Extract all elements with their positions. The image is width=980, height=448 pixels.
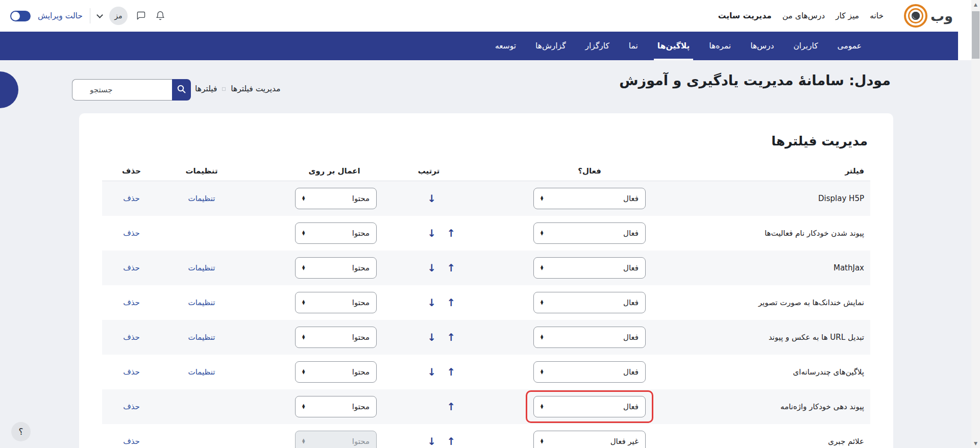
caret-down-glyph: ▼ [302, 407, 305, 410]
settings-link[interactable]: تنظیمات [188, 194, 215, 203]
apply-select[interactable]: محتوا▲▼ [295, 257, 377, 279]
top-nav-item-3[interactable]: مدیریت سایت [718, 11, 772, 20]
move-down-arrow[interactable]: ↓ [426, 228, 438, 238]
apply-select[interactable]: محتوا▲▼ [295, 361, 377, 383]
active-cell: فعال▲▼ [533, 188, 646, 209]
search-input[interactable] [72, 79, 172, 101]
active-select-value: فعال [623, 333, 639, 342]
drawer-open-button[interactable] [0, 71, 18, 108]
table-row-3: نمایش خندانک‌ها به صورت تصویرفعال▲▼↓↑محت… [102, 285, 870, 320]
order-cell: ↓↑ [401, 332, 482, 342]
page-scrollbar[interactable]: ▲ ▼ [971, 0, 980, 448]
table-row-2: MathJaxفعال▲▼↓↑محتوا▲▼تنظیماتحذف [102, 251, 870, 285]
tab-8[interactable]: توسعه [485, 32, 526, 60]
breadcrumb-separator [222, 87, 226, 91]
top-nav-item-2[interactable]: درس‌های من [782, 11, 825, 20]
apply-select[interactable]: محتوا▲▼ [295, 292, 377, 313]
admin-search [72, 79, 191, 101]
scrollbar-thumb[interactable] [972, 11, 979, 59]
column-header-1: فعال؟ [578, 166, 601, 176]
tab-6[interactable]: کارگزار [576, 32, 619, 60]
delete-link[interactable]: حذف [123, 229, 140, 238]
select-wrap: غیر فعال▲▼ [533, 431, 646, 448]
settings-link[interactable]: تنظیمات [188, 298, 215, 307]
move-down-arrow[interactable]: ↓ [426, 367, 438, 377]
topbar-actions: مز حالت ویرایش [10, 7, 166, 25]
user-menu-chevron-icon[interactable] [96, 12, 103, 18]
move-up-arrow[interactable]: ↑ [445, 263, 457, 273]
updown-caret-icon: ▲▼ [541, 300, 543, 306]
active-select[interactable]: فعال▲▼ [533, 327, 646, 348]
active-select-value: فعال [623, 229, 639, 238]
notification-bell-icon[interactable] [154, 10, 166, 22]
table-row-7: علائم جبریغیر فعال▲▼↓↑محتوا▲▼حذف [102, 424, 870, 448]
apply-select[interactable]: محتوا▲▼ [295, 396, 377, 417]
updown-caret-icon: ▲▼ [302, 231, 305, 236]
move-up-arrow[interactable]: ↑ [445, 367, 457, 377]
tab-2[interactable]: درس‌ها [741, 32, 783, 60]
apply-select[interactable]: محتوا▲▼ [295, 222, 377, 244]
move-down-arrow[interactable]: ↓ [426, 263, 438, 273]
active-select[interactable]: فعال▲▼ [533, 292, 646, 313]
apply-select[interactable]: محتوا▲▼ [295, 188, 377, 209]
messages-icon[interactable] [135, 10, 147, 22]
move-up-arrow[interactable]: ↑ [445, 436, 457, 446]
brand-logo[interactable]: وب [904, 4, 953, 28]
active-select[interactable]: فعال▲▼ [533, 257, 646, 279]
top-nav-item-0[interactable]: خانه [870, 11, 884, 20]
table-row-1: پیوند شدن خودکار نام فعالیت‌هافعال▲▼↓↑مح… [102, 216, 870, 251]
table-row-4: تبدیل URL ها به عکس و پیوندفعال▲▼↓↑محتوا… [102, 320, 870, 355]
delete-link[interactable]: حذف [123, 402, 140, 411]
apply-select[interactable]: محتوا▲▼ [295, 431, 377, 448]
updown-caret-icon: ▲▼ [302, 335, 305, 340]
delete-link[interactable]: حذف [123, 263, 140, 272]
active-select[interactable]: غیر فعال▲▼ [533, 431, 646, 448]
apply-select[interactable]: محتوا▲▼ [295, 327, 377, 348]
active-select[interactable]: فعال▲▼ [533, 188, 646, 209]
breadcrumb: فیلترهامدیریت فیلترها [195, 84, 280, 93]
move-down-arrow[interactable]: ↓ [426, 436, 438, 446]
settings-link[interactable]: تنظیمات [188, 367, 215, 377]
settings-link[interactable]: تنظیمات [188, 333, 215, 342]
updown-caret-icon: ▲▼ [541, 335, 543, 340]
scrollbar-down-arrow-icon[interactable]: ▼ [971, 441, 980, 446]
edit-mode-toggle[interactable] [10, 11, 31, 21]
tab-3[interactable]: نمره‌ها [699, 32, 741, 60]
move-down-arrow[interactable]: ↓ [426, 193, 438, 204]
delete-link[interactable]: حذف [123, 333, 140, 342]
filter-name: پلاگین‌های چندرسانه‌ای [793, 367, 870, 377]
active-cell: فعال▲▼ [533, 327, 646, 348]
help-button[interactable]: ؟ [11, 422, 31, 441]
delete-link[interactable]: حذف [123, 367, 140, 377]
tab-4[interactable]: پلاگین‌ها [648, 32, 699, 60]
active-cell: فعال▲▼ [533, 361, 646, 383]
caret-down-glyph: ▼ [541, 372, 543, 375]
tab-0[interactable]: عمومی [828, 32, 871, 60]
settings-link[interactable]: تنظیمات [188, 263, 215, 272]
tab-1[interactable]: کاربران [783, 32, 827, 60]
breadcrumb-item-1: مدیریت فیلترها [231, 84, 280, 93]
active-select[interactable]: فعال▲▼ [533, 361, 646, 383]
move-down-arrow[interactable]: ↓ [426, 332, 438, 342]
move-down-arrow[interactable]: ↓ [426, 297, 438, 308]
tab-7[interactable]: گزارش‌ها [526, 32, 576, 60]
user-avatar[interactable]: مز [109, 7, 128, 25]
tab-5[interactable]: نما [619, 32, 648, 60]
breadcrumb-item-0[interactable]: فیلترها [195, 84, 217, 93]
move-up-arrow[interactable]: ↑ [445, 297, 457, 308]
active-select[interactable]: فعال▲▼ [533, 222, 646, 244]
move-up-arrow[interactable]: ↑ [445, 228, 457, 238]
active-select[interactable]: فعال▲▼ [533, 396, 646, 417]
delete-link[interactable]: حذف [123, 437, 140, 446]
delete-cell: حذف [102, 333, 161, 342]
admin-tabbar: عمومیکاربراندرس‌هانمره‌هاپلاگین‌هانماکار… [0, 32, 958, 60]
top-nav-item-1[interactable]: میز کار [836, 11, 859, 20]
move-up-arrow[interactable]: ↑ [445, 332, 457, 342]
delete-link[interactable]: حذف [123, 194, 140, 203]
move-up-arrow[interactable]: ↑ [445, 402, 457, 412]
scrollbar-up-arrow-icon[interactable]: ▲ [971, 2, 980, 7]
search-button[interactable] [172, 79, 191, 101]
apply-cell: محتوا▲▼ [242, 431, 401, 448]
column-header-0: فیلتر [845, 166, 870, 176]
delete-link[interactable]: حذف [123, 298, 140, 307]
